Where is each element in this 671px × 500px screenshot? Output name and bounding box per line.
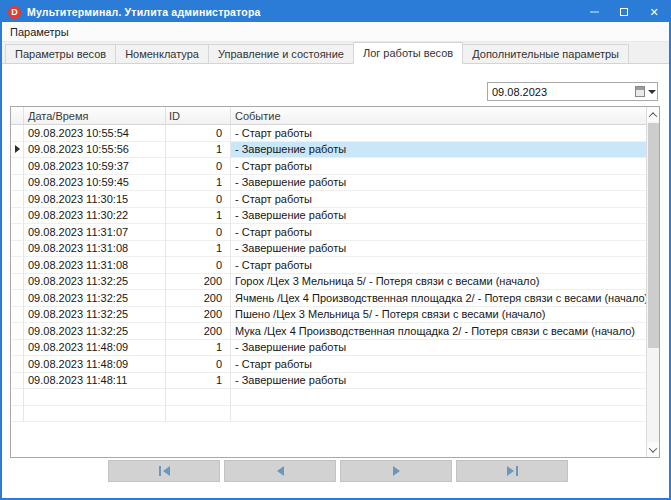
- cell-id: 200: [166, 274, 231, 291]
- next-record-icon: [393, 466, 400, 476]
- row-gutter: [11, 373, 24, 390]
- cell-id: 0: [166, 125, 231, 142]
- cell-id: 200: [166, 323, 231, 340]
- app-icon: D: [8, 6, 21, 19]
- scrollbar-thumb[interactable]: [648, 123, 659, 348]
- maximize-button[interactable]: [609, 2, 639, 22]
- empty-cell: [24, 389, 166, 406]
- table-row[interactable]: 09.08.2023 11:30:221- Завершение работы: [11, 208, 659, 225]
- cell-datetime: 09.08.2023 11:32:25: [24, 307, 166, 324]
- row-gutter: [11, 257, 24, 274]
- cell-id: 1: [166, 142, 231, 159]
- empty-cell: [11, 406, 24, 423]
- header-gutter: [11, 107, 24, 124]
- tab-control-and-state[interactable]: Управление и состояние: [208, 44, 354, 63]
- cell-id: 200: [166, 307, 231, 324]
- cell-datetime: 09.08.2023 11:32:25: [24, 290, 166, 307]
- row-gutter: [11, 142, 24, 159]
- cell-datetime: 09.08.2023 11:30:22: [24, 208, 166, 225]
- cell-event: - Завершение работы: [231, 241, 646, 258]
- column-header-id[interactable]: ID: [166, 107, 231, 124]
- tabstrip: Параметры весов Номенклатура Управление …: [2, 42, 669, 64]
- cell-datetime: 09.08.2023 11:30:15: [24, 191, 166, 208]
- tab-nomenclature[interactable]: Номенклатура: [115, 44, 209, 63]
- scroll-up-button[interactable]: [647, 107, 659, 122]
- cell-event: - Старт работы: [231, 191, 646, 208]
- table-row[interactable]: 09.08.2023 10:55:540- Старт работы: [11, 125, 659, 142]
- column-header-datetime[interactable]: Дата/Время: [24, 107, 166, 124]
- cell-id: 1: [166, 241, 231, 258]
- cell-id: 1: [166, 208, 231, 225]
- vertical-scrollbar[interactable]: [646, 107, 659, 457]
- row-gutter: [11, 290, 24, 307]
- row-gutter: [11, 323, 24, 340]
- tab-scale-log[interactable]: Лог работы весов: [353, 42, 463, 64]
- date-filter-input[interactable]: [488, 83, 634, 100]
- empty-cell: [231, 406, 646, 423]
- last-record-icon-bar: [516, 466, 518, 476]
- empty-row: [11, 406, 659, 423]
- table-row[interactable]: 09.08.2023 11:32:25200Пшено /Цех 3 Мельн…: [11, 307, 659, 324]
- table-row[interactable]: 09.08.2023 10:59:451- Завершение работы: [11, 175, 659, 192]
- cell-id: 0: [166, 224, 231, 241]
- table-row[interactable]: 09.08.2023 11:48:111- Завершение работы: [11, 373, 659, 390]
- last-record-button[interactable]: [456, 460, 568, 482]
- row-gutter: [11, 208, 24, 225]
- cell-id: 200: [166, 290, 231, 307]
- chevron-down-icon: [649, 444, 657, 452]
- cell-datetime: 09.08.2023 11:32:25: [24, 323, 166, 340]
- cell-datetime: 09.08.2023 11:48:11: [24, 373, 166, 390]
- calendar-icon: [635, 86, 645, 97]
- minimize-icon: [590, 11, 599, 13]
- cell-datetime: 09.08.2023 10:59:45: [24, 175, 166, 192]
- row-gutter: [11, 191, 24, 208]
- cell-event: Горох /Цех 3 Мельница 5/ - Потеря связи …: [231, 274, 646, 291]
- menu-item-parameters[interactable]: Параметры: [2, 22, 77, 41]
- current-row-marker-icon: [15, 145, 20, 153]
- cell-event: Мука /Цех 4 Производственная площадка 2/…: [231, 323, 646, 340]
- menubar: Параметры: [2, 22, 669, 42]
- table-row[interactable]: 09.08.2023 11:31:080- Старт работы: [11, 257, 659, 274]
- titlebar: D Мультитерминал. Утилита администратора…: [2, 2, 669, 22]
- table-row[interactable]: 09.08.2023 10:55:561- Завершение работы: [11, 142, 659, 159]
- cell-datetime: 09.08.2023 10:59:37: [24, 158, 166, 175]
- record-navigator: [108, 460, 568, 482]
- row-gutter: [11, 125, 24, 142]
- minimize-button[interactable]: [579, 2, 609, 22]
- table-row[interactable]: 09.08.2023 10:59:370- Старт работы: [11, 158, 659, 175]
- table-row[interactable]: 09.08.2023 11:31:070- Старт работы: [11, 224, 659, 241]
- table-row[interactable]: 09.08.2023 11:48:091- Завершение работы: [11, 340, 659, 357]
- table-row[interactable]: 09.08.2023 11:30:150- Старт работы: [11, 191, 659, 208]
- table-row[interactable]: 09.08.2023 11:32:25200Горох /Цех 3 Мельн…: [11, 274, 659, 291]
- first-record-button[interactable]: [108, 460, 220, 482]
- row-gutter: [11, 307, 24, 324]
- cell-id: 0: [166, 158, 231, 175]
- tab-scale-parameters[interactable]: Параметры весов: [5, 44, 116, 63]
- table-row[interactable]: 09.08.2023 11:48:090- Старт работы: [11, 356, 659, 373]
- cell-datetime: 09.08.2023 11:48:09: [24, 340, 166, 357]
- previous-record-button[interactable]: [224, 460, 336, 482]
- cell-event: - Завершение работы: [231, 175, 646, 192]
- cell-datetime: 09.08.2023 10:55:56: [24, 142, 166, 159]
- cell-datetime: 09.08.2023 11:31:08: [24, 257, 166, 274]
- chevron-up-icon: [649, 112, 657, 120]
- cell-event: Пшено /Цех 3 Мельница 5/ - Потеря связи …: [231, 307, 646, 324]
- table-body: 09.08.2023 10:55:540- Старт работы09.08.…: [11, 125, 659, 422]
- date-filter-dropdown-button[interactable]: [634, 83, 657, 100]
- cell-datetime: 09.08.2023 11:31:08: [24, 241, 166, 258]
- table-row[interactable]: 09.08.2023 11:31:081- Завершение работы: [11, 241, 659, 258]
- next-record-button[interactable]: [340, 460, 452, 482]
- tab-additional-parameters[interactable]: Дополнительные параметры: [462, 44, 629, 63]
- row-gutter: [11, 241, 24, 258]
- table-row[interactable]: 09.08.2023 11:32:25200Мука /Цех 4 Произв…: [11, 323, 659, 340]
- column-header-event[interactable]: Событие: [231, 107, 646, 124]
- table-row[interactable]: 09.08.2023 11:32:25200Ячмень /Цех 4 Прои…: [11, 290, 659, 307]
- close-icon: ✕: [649, 7, 658, 18]
- log-grid: Дата/Время ID Событие 09.08.2023 10:55:5…: [10, 106, 660, 458]
- first-record-icon-triangle: [163, 466, 170, 476]
- scroll-down-button[interactable]: [647, 442, 659, 457]
- dropdown-arrow-icon: [648, 90, 656, 94]
- close-button[interactable]: ✕: [639, 2, 669, 22]
- cell-event: - Старт работы: [231, 257, 646, 274]
- empty-cell: [166, 389, 231, 406]
